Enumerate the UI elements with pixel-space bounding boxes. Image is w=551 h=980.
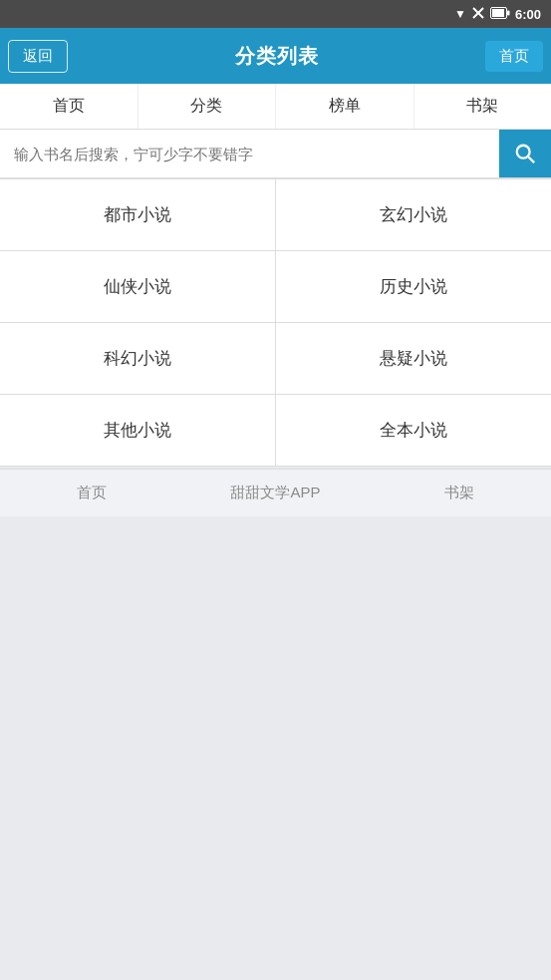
search-input[interactable]: [0, 134, 499, 174]
bottom-nav-bookshelf[interactable]: 书架: [368, 484, 551, 502]
svg-line-6: [528, 157, 534, 163]
bottom-nav: 首页 甜甜文学APP 书架: [0, 469, 551, 516]
nav-tabs: 首页 分类 榜单 书架: [0, 84, 551, 130]
category-other[interactable]: 其他小说: [0, 395, 276, 467]
empty-space: [0, 516, 551, 980]
tab-category[interactable]: 分类: [138, 84, 277, 129]
status-bar: ▼ 6:00: [0, 0, 551, 28]
category-grid: 都市小说 玄幻小说 仙侠小说 历史小说 科幻小说 悬疑小说 其他小说 全本小说: [0, 178, 551, 467]
tab-ranking[interactable]: 榜单: [276, 84, 414, 129]
svg-rect-3: [492, 9, 504, 17]
wifi-icon: ▼: [454, 7, 466, 21]
page-title: 分类列表: [235, 43, 319, 70]
svg-point-5: [517, 146, 530, 159]
bottom-nav-app[interactable]: 甜甜文学APP: [183, 484, 367, 502]
back-button[interactable]: 返回: [8, 40, 68, 73]
status-time: 6:00: [515, 7, 541, 22]
search-icon: [514, 143, 536, 164]
category-xianxia[interactable]: 仙侠小说: [0, 251, 276, 323]
status-icons: ▼ 6:00: [454, 6, 541, 23]
category-fantasy[interactable]: 玄幻小说: [276, 179, 552, 251]
search-button[interactable]: [499, 130, 551, 177]
signal-icon: [471, 6, 485, 23]
search-bar: [0, 130, 551, 178]
battery-icon: [490, 7, 510, 22]
home-button[interactable]: 首页: [485, 41, 543, 72]
category-complete[interactable]: 全本小说: [276, 395, 552, 467]
header: 返回 分类列表 首页: [0, 28, 551, 84]
category-scifi[interactable]: 科幻小说: [0, 323, 276, 395]
bottom-nav-home[interactable]: 首页: [0, 484, 183, 502]
tab-bookshelf[interactable]: 书架: [414, 84, 552, 129]
svg-rect-4: [507, 10, 510, 15]
category-urban[interactable]: 都市小说: [0, 179, 276, 251]
category-mystery[interactable]: 悬疑小说: [276, 323, 552, 395]
tab-home[interactable]: 首页: [0, 84, 138, 129]
category-history[interactable]: 历史小说: [276, 251, 552, 323]
